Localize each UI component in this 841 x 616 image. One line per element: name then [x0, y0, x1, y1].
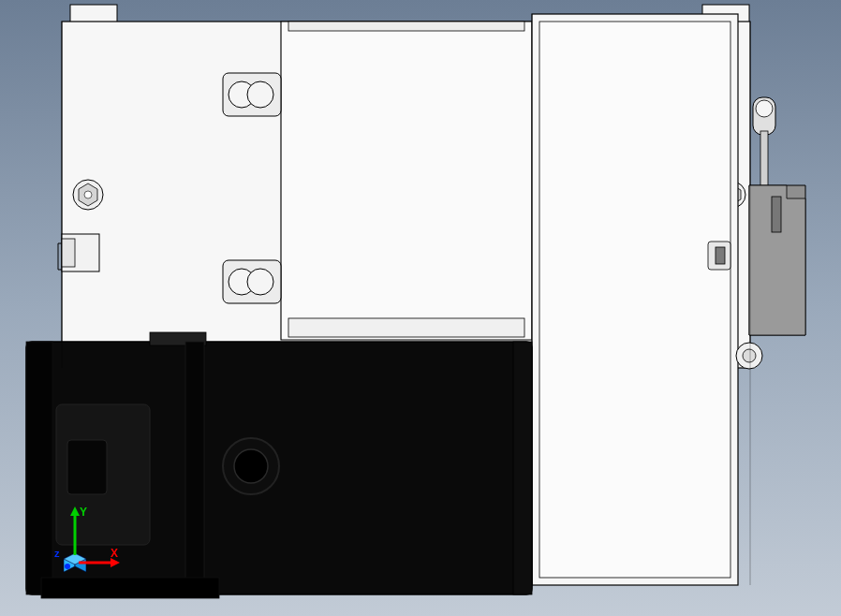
svg-rect-40 — [513, 342, 532, 594]
mounting-block-upper — [281, 22, 532, 340]
svg-rect-39 — [41, 578, 219, 598]
svg-rect-23 — [716, 247, 725, 264]
svg-rect-4 — [62, 239, 75, 267]
model-canvas[interactable] — [0, 0, 841, 616]
svg-point-10 — [247, 81, 273, 108]
svg-rect-5 — [281, 22, 532, 340]
bracket-right — [749, 185, 805, 335]
boss-lower-right — [736, 343, 762, 369]
svg-rect-7 — [288, 22, 524, 31]
svg-point-36 — [234, 449, 268, 483]
svg-rect-26 — [760, 131, 768, 187]
svg-rect-37 — [185, 342, 204, 594]
motor-assembly — [26, 332, 532, 598]
svg-point-13 — [247, 269, 273, 295]
svg-point-29 — [743, 349, 756, 362]
svg-rect-27 — [772, 197, 781, 232]
side-rail-right — [532, 14, 738, 585]
cad-viewport[interactable]: Y X z — [0, 0, 841, 616]
svg-rect-21 — [539, 22, 730, 578]
svg-point-16 — [84, 191, 92, 198]
svg-rect-6 — [288, 318, 524, 337]
svg-rect-0 — [70, 5, 117, 23]
connector-pin — [753, 97, 775, 187]
svg-point-25 — [756, 100, 773, 117]
svg-rect-34 — [67, 440, 107, 494]
svg-rect-32 — [26, 342, 52, 594]
